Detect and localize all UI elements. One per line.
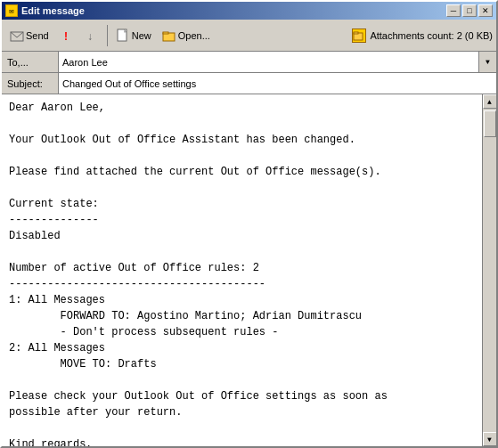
to-field-row: To,... ▼ <box>2 52 496 73</box>
to-dropdown-button[interactable]: ▼ <box>478 52 496 72</box>
message-area: ▲ ▼ <box>2 94 496 446</box>
scroll-thumb[interactable] <box>484 110 496 137</box>
to-label[interactable]: To,... <box>2 52 59 72</box>
toolbar: Send ! ↓ New <box>2 20 496 52</box>
subject-label: Subject: <box>2 73 59 94</box>
toolbar-separator-1 <box>107 25 108 46</box>
title-buttons: ─ □ ✕ <box>446 4 493 17</box>
svg-rect-7 <box>354 32 358 34</box>
down-priority-button[interactable]: ↓ <box>80 23 103 48</box>
send-button[interactable]: Send <box>5 23 53 48</box>
down-arrow-icon: ↓ <box>85 29 99 43</box>
close-button[interactable]: ✕ <box>478 4 493 17</box>
open-label: Open... <box>178 30 210 41</box>
subject-input[interactable] <box>59 73 496 94</box>
send-icon <box>10 29 24 43</box>
svg-text:↓: ↓ <box>87 30 93 43</box>
priority-icon: ! <box>60 29 74 43</box>
maximize-button[interactable]: □ <box>462 4 477 17</box>
vertical-scrollbar[interactable]: ▲ ▼ <box>482 94 496 446</box>
title-bar-left: ✉ Edit message <box>5 4 85 17</box>
new-label: New <box>132 30 151 41</box>
attachment-icon <box>352 29 366 43</box>
to-input[interactable] <box>59 52 478 72</box>
attachments-info: Attachments count: 2 (0 KB) <box>352 29 493 43</box>
svg-text:!: ! <box>64 30 68 43</box>
scroll-down-button[interactable]: ▼ <box>483 432 497 446</box>
scroll-up-button[interactable]: ▲ <box>483 94 497 109</box>
subject-field-row: Subject: <box>2 73 496 94</box>
attachments-count: Attachments count: 2 (0 KB) <box>370 30 493 41</box>
minimize-button[interactable]: ─ <box>446 4 461 17</box>
window-icon: ✉ <box>5 4 18 17</box>
svg-rect-5 <box>163 32 168 34</box>
open-icon <box>162 29 176 43</box>
edit-message-window: ✉ Edit message ─ □ ✕ Send ! <box>0 0 498 448</box>
title-bar: ✉ Edit message ─ □ ✕ <box>2 2 496 20</box>
window-title: Edit message <box>21 5 85 16</box>
message-body[interactable] <box>2 94 482 446</box>
new-icon <box>116 29 130 43</box>
open-button[interactable]: Open... <box>158 23 215 48</box>
priority-button[interactable]: ! <box>55 23 78 48</box>
new-button[interactable]: New <box>111 23 156 48</box>
send-label: Send <box>26 30 49 41</box>
